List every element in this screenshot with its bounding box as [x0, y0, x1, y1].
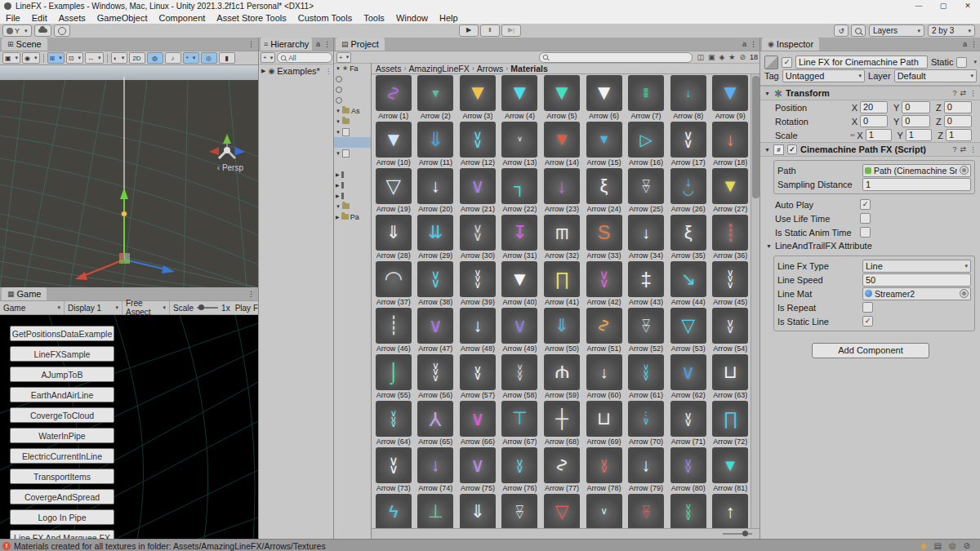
- rotation-y-field[interactable]: 0: [902, 115, 929, 127]
- material-item[interactable]: ↘Arrow (44): [667, 261, 710, 308]
- tree-row[interactable]: ▶Pa: [334, 211, 371, 222]
- active-checkbox[interactable]: ✓: [782, 57, 792, 68]
- material-item[interactable]: ↑: [709, 494, 751, 529]
- maximize-button[interactable]: ▢: [931, 0, 956, 12]
- tab-game[interactable]: ▦ Game: [2, 287, 47, 300]
- close-button[interactable]: ✕: [956, 0, 980, 12]
- material-item[interactable]: ⊤Arrow (67): [499, 401, 541, 447]
- layers-dropdown[interactable]: Layers▾: [869, 24, 924, 37]
- material-item[interactable]: ∨∨Arrow (30): [457, 215, 499, 261]
- scale-y-field[interactable]: 1: [906, 129, 932, 141]
- component-enabled-checkbox[interactable]: ✓: [787, 144, 797, 154]
- game-mode-dropdown[interactable]: Game▾: [0, 301, 65, 314]
- presets-icon[interactable]: ⇄: [960, 89, 966, 97]
- line-fx-type-dropdown[interactable]: Line▾: [862, 260, 971, 273]
- menu-window[interactable]: Window: [390, 12, 434, 24]
- sampling-distance-field[interactable]: 1: [862, 178, 971, 191]
- material-item[interactable]: ϟ: [372, 494, 415, 529]
- material-item[interactable]: ШArrow (32): [541, 215, 583, 261]
- material-item[interactable]: ⇓Arrow (50): [541, 308, 583, 354]
- help-icon[interactable]: ?: [952, 145, 956, 153]
- tab-inspector[interactable]: ◉ Inspector: [762, 38, 819, 51]
- scene-tool-draw-mode[interactable]: ◐▾: [111, 52, 127, 64]
- material-item[interactable]: SArrow (33): [583, 215, 626, 261]
- persp-label[interactable]: ‹ Persp: [217, 163, 243, 172]
- tab-scene[interactable]: ⊞ Scene: [2, 38, 47, 51]
- material-item[interactable]: ▼Arrow (6): [583, 75, 626, 122]
- menu-asset-store-tools[interactable]: Asset Store Tools: [211, 12, 292, 24]
- material-item[interactable]: YArrow (65): [415, 401, 457, 447]
- material-item[interactable]: ↓◡Arrow (26): [667, 168, 710, 215]
- material-item[interactable]: ▽Arrow (19): [372, 168, 415, 215]
- create-button[interactable]: + ▾: [261, 52, 275, 63]
- cloud-button[interactable]: [34, 24, 51, 37]
- transform-component-header[interactable]: ▼ Transform ?⇄⋮: [760, 86, 980, 100]
- auto-play-checkbox[interactable]: ✓: [860, 199, 871, 210]
- material-item[interactable]: ⇓Arrow (28): [372, 215, 415, 261]
- tab-hierarchy[interactable]: ≡ Hierarchy: [261, 38, 312, 51]
- object-picker-icon[interactable]: [960, 289, 969, 298]
- material-item[interactable]: ∨∨Arrow (71): [667, 401, 710, 447]
- layout-dropdown[interactable]: 2 by 3▾: [928, 24, 975, 37]
- material-item[interactable]: ▽▽Arrow (52): [625, 308, 667, 354]
- material-item[interactable]: ↓Arrow (20): [415, 168, 457, 215]
- material-item[interactable]: ∨∨Arrow (73): [372, 447, 415, 494]
- create-asset-button[interactable]: + ▾: [336, 52, 351, 63]
- panel-menu-icon[interactable]: ⋮: [750, 40, 757, 48]
- material-item[interactable]: ┐Arrow (22): [499, 168, 541, 215]
- game-button-earthandairline[interactable]: EarthAndAirLine: [10, 387, 114, 402]
- material-item[interactable]: ∨Arrow (47): [415, 308, 457, 354]
- material-item[interactable]: ∨∨Arrow (54): [709, 308, 751, 354]
- foldout-arrow-icon[interactable]: ▼: [764, 91, 770, 96]
- material-item[interactable]: ∨Arrow (75): [457, 447, 499, 494]
- project-search-input[interactable]: [539, 52, 693, 63]
- material-item[interactable]: ⋮∨Arrow (70): [625, 401, 667, 447]
- scene-tool-effects[interactable]: *▾: [183, 52, 199, 64]
- material-item[interactable]: ↓Arrow (79): [625, 447, 667, 494]
- material-item[interactable]: ⌡Arrow (55): [372, 354, 415, 401]
- material-item[interactable]: ∨∨∨Arrow (45): [709, 261, 751, 308]
- foldout-arrow-icon[interactable]: ▶: [261, 68, 265, 74]
- material-item[interactable]: ▽▽: [625, 494, 667, 529]
- material-item[interactable]: ▽Arrow (53): [667, 308, 710, 354]
- minimize-button[interactable]: —: [906, 0, 931, 12]
- material-item[interactable]: ↓Arrow (8): [667, 75, 710, 122]
- menu-help[interactable]: Help: [434, 12, 464, 24]
- add-component-button[interactable]: Add Component: [812, 343, 929, 358]
- tree-row[interactable]: ▶: [334, 190, 371, 201]
- scene-row-examples[interactable]: ▶ ◉ Examples* ⋮: [259, 64, 334, 78]
- path-object-field[interactable]: Path (Cinemachine Smooth Path): [862, 164, 971, 177]
- material-item[interactable]: ∨: [583, 494, 626, 529]
- material-item[interactable]: ⇓Arrow (11): [415, 122, 457, 168]
- scene-tool-handle-rotation[interactable]: ◉▾: [22, 52, 40, 64]
- material-item[interactable]: ▼Arrow (5): [541, 75, 583, 122]
- material-item[interactable]: ┋Arrow (36): [709, 215, 751, 261]
- panel-menu-icon[interactable]: ⋮: [970, 40, 978, 48]
- pause-button[interactable]: ‖: [480, 24, 500, 37]
- gameobject-cube-icon[interactable]: [764, 56, 778, 69]
- hierarchy-search-input[interactable]: All: [277, 52, 332, 63]
- material-item[interactable]: ∨∨Arrow (57): [457, 354, 499, 401]
- material-item[interactable]: ▼Arrow (15): [583, 122, 626, 168]
- material-item[interactable]: ⇓: [457, 494, 499, 529]
- thumbnail-zoom-slider[interactable]: [723, 533, 752, 535]
- material-item[interactable]: ∨∨Arrow (80): [667, 447, 710, 494]
- gameobject-name-field[interactable]: Line FX for Cinemachine Path: [795, 56, 928, 69]
- material-item[interactable]: ↓Arrow (48): [457, 308, 499, 354]
- is-static-anim-time-checkbox[interactable]: [860, 227, 871, 238]
- script-component-header[interactable]: ▼ # ✓ Cinemachine Path FX (Script) ?⇄⋮: [760, 142, 980, 157]
- console-icon[interactable]: ▤: [933, 541, 941, 550]
- material-item[interactable]: ▼Arrow (9): [709, 75, 751, 122]
- material-item[interactable]: ↓Arrow (23): [541, 168, 583, 215]
- cache-server-icon[interactable]: ◎: [949, 541, 956, 550]
- scene-tool-scene-visibility[interactable]: ◎: [201, 52, 217, 64]
- position-x-field[interactable]: 20: [860, 101, 888, 113]
- material-item[interactable]: ▽▽Arrow (25): [625, 168, 667, 215]
- material-item[interactable]: ▼Arrow (4): [499, 75, 541, 122]
- rotation-x-field[interactable]: 0: [860, 115, 888, 127]
- position-y-field[interactable]: 0: [902, 101, 929, 113]
- tree-row[interactable]: ▼★Fa: [334, 63, 371, 73]
- material-item[interactable]: ∏Arrow (72): [709, 401, 751, 447]
- tag-dropdown[interactable]: Untagged▾: [782, 69, 865, 82]
- lock-icon[interactable]: a: [963, 40, 967, 48]
